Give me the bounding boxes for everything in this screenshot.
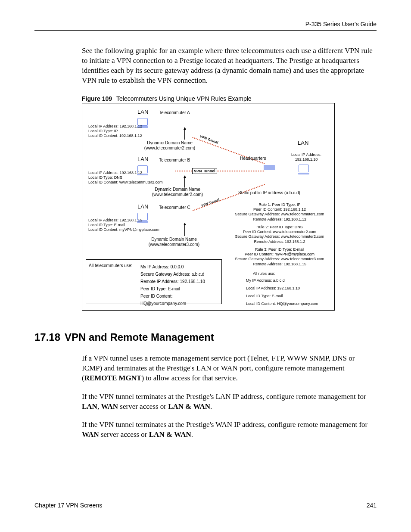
lan-label-c: LAN	[137, 203, 148, 210]
all-rules-title: All rules use:	[253, 271, 275, 276]
section-p1: If a VPN tunnel uses a remote management…	[82, 354, 377, 383]
header-guide-title: P-335 Series User's Guide	[34, 21, 377, 31]
ddn-a: Dynamic Domain Name(www.telecommuter2.co…	[137, 140, 202, 151]
local-info-a: Local IP Address: 192.168.1.12 Local ID …	[88, 124, 142, 139]
section-title: VPN and Remote Management	[65, 331, 214, 343]
static-ip-label: Static public IP address (a.b.c.d)	[238, 190, 300, 196]
page-footer: Chapter 17 VPN Screens 241	[34, 499, 377, 509]
ddn-c: Dynamic Domain Name(www.telecommuter3.co…	[137, 237, 211, 248]
leftbox-l5: Peer ID Content: HQ@yourcompany.com	[140, 292, 218, 307]
leftbox-l3: Remote IP Address: 192.168.1.10	[140, 278, 218, 285]
vpn-tunnel-b-text: VPN Tunnel	[192, 168, 217, 174]
arrow-up-c	[184, 223, 185, 236]
leftbox-l4: Peer ID Type: E-mail	[140, 285, 218, 292]
all-telecommuters-box: All telecommuters use: My IP Address: 0.…	[86, 259, 222, 304]
intro-paragraph: See the following graphic for an example…	[82, 46, 377, 86]
section-p2: If the VPN tunnel terminates at the Pres…	[82, 392, 377, 412]
lan-label-b: LAN	[137, 156, 148, 163]
footer-page-number: 241	[367, 502, 377, 509]
section-heading: 17.18VPN and Remote Management	[34, 331, 377, 343]
figure-caption: Figure 109Telecommuters Using Unique VPN…	[82, 95, 377, 102]
figure-label: Figure 109	[82, 95, 112, 102]
lan-label-hq: LAN	[298, 140, 308, 146]
local-info-b: Local IP Address: 192.168.1.12 Local ID …	[88, 171, 163, 185]
figure-diagram: LAN Telecommuter A Local IP Address: 192…	[82, 103, 335, 311]
headquarters-label: Headquarters	[240, 156, 266, 162]
all-telecommuters-title: All telecommuters use:	[89, 263, 136, 268]
footer-chapter: Chapter 17 VPN Screens	[34, 502, 102, 509]
all-rules-l3: Local ID Type: E-mail	[246, 294, 283, 299]
all-rules-l2: Local IP Address: 192.168.1.10	[246, 286, 300, 291]
all-rules-l1: My IP Address: a.b.c.d	[246, 278, 285, 283]
all-rules-l4: Local ID Content: HQ@yourcompany.com	[246, 302, 318, 306]
leftbox-l2: Secure Gateway Address: a.b.c.d	[140, 271, 218, 278]
figure-caption-text: Telecommuters Using Unique VPN Rules Exa…	[116, 95, 252, 102]
vpn-tunnel-b	[175, 171, 264, 171]
arrow-up-b	[184, 176, 185, 187]
ddn-b: Dynamic Domain Name(www.telecommuter2.co…	[145, 187, 210, 198]
local-info-c: Local IP Address: 192.168.1.15 Local ID …	[88, 218, 159, 233]
rule-2: Rule 2: Peer ID Type: DNS Peer ID Conten…	[228, 225, 331, 244]
vpn-tunnel-c-text: VPN Tunnel	[201, 198, 220, 208]
hq-local-ip: Local IP Address:192.168.1.10	[285, 152, 328, 162]
telecommuter-b-label: Telecommuter B	[159, 158, 190, 163]
section-p3: If the VPN tunnel terminates at the Pres…	[82, 420, 377, 440]
rule-3: Rule 3: Peer ID Type: E-mail Peer ID Con…	[228, 247, 331, 267]
rule-1: Rule 1: Peer ID Type: IP Peer ID Content…	[228, 202, 331, 222]
telecommuter-a-label: Telecommuter A	[159, 110, 190, 116]
computer-icon-hq	[298, 165, 310, 174]
lan-label-a: LAN	[137, 109, 148, 115]
section-number: 17.18	[34, 331, 60, 343]
telecommuter-c-label: Telecommuter C	[159, 205, 190, 211]
arrow-up-a	[184, 128, 185, 140]
router-icon-hq	[263, 165, 275, 170]
leftbox-l1: My IP Address: 0.0.0.0	[140, 263, 218, 271]
